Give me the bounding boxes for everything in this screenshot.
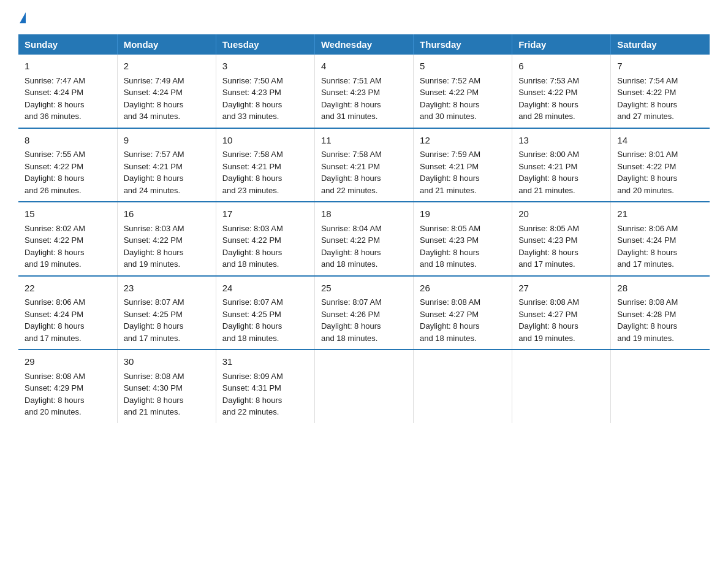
calendar-cell: 22Sunrise: 8:06 AMSunset: 4:24 PMDayligh… [18, 276, 117, 350]
day-info: Sunrise: 7:58 AMSunset: 4:21 PMDaylight:… [321, 148, 407, 196]
day-number: 25 [321, 282, 407, 296]
day-info: Sunrise: 7:53 AMSunset: 4:22 PMDaylight:… [518, 75, 604, 123]
calendar-cell: 25Sunrise: 8:07 AMSunset: 4:26 PMDayligh… [314, 276, 413, 350]
day-number: 23 [124, 282, 210, 296]
calendar-cell: 9Sunrise: 7:57 AMSunset: 4:21 PMDaylight… [117, 128, 216, 202]
week-row-4: 22Sunrise: 8:06 AMSunset: 4:24 PMDayligh… [18, 276, 710, 350]
calendar-cell: 26Sunrise: 8:08 AMSunset: 4:27 PMDayligh… [414, 276, 512, 350]
day-info: Sunrise: 8:07 AMSunset: 4:25 PMDaylight:… [124, 296, 210, 344]
day-info: Sunrise: 8:08 AMSunset: 4:29 PMDaylight:… [25, 370, 111, 418]
day-info: Sunrise: 8:08 AMSunset: 4:27 PMDaylight:… [420, 296, 506, 344]
day-info: Sunrise: 8:05 AMSunset: 4:23 PMDaylight:… [518, 223, 604, 270]
col-header-friday: Friday [512, 34, 611, 55]
col-header-monday: Monday [117, 34, 216, 55]
logo-triangle-icon [20, 12, 26, 23]
calendar-cell: 8Sunrise: 7:55 AMSunset: 4:22 PMDaylight… [18, 128, 117, 202]
day-number: 7 [617, 59, 703, 74]
day-info: Sunrise: 7:59 AMSunset: 4:21 PMDaylight:… [420, 148, 506, 196]
day-info: Sunrise: 7:57 AMSunset: 4:21 PMDaylight:… [124, 148, 210, 196]
day-number: 10 [222, 134, 308, 148]
calendar-cell: 27Sunrise: 8:08 AMSunset: 4:27 PMDayligh… [512, 276, 611, 350]
calendar-cell: 23Sunrise: 8:07 AMSunset: 4:25 PMDayligh… [117, 276, 216, 350]
week-row-2: 8Sunrise: 7:55 AMSunset: 4:22 PMDaylight… [18, 128, 710, 202]
calendar-cell: 28Sunrise: 8:08 AMSunset: 4:28 PMDayligh… [611, 276, 710, 350]
calendar-cell: 3Sunrise: 7:50 AMSunset: 4:23 PMDaylight… [216, 55, 314, 128]
col-header-tuesday: Tuesday [216, 34, 314, 55]
calendar-cell: 13Sunrise: 8:00 AMSunset: 4:21 PMDayligh… [512, 128, 611, 202]
day-number: 19 [420, 207, 506, 221]
calendar-header-row: SundayMondayTuesdayWednesdayThursdayFrid… [18, 34, 710, 55]
week-row-1: 1Sunrise: 7:47 AMSunset: 4:24 PMDaylight… [18, 55, 710, 128]
day-number: 3 [222, 59, 308, 74]
calendar-cell [314, 350, 413, 423]
day-number: 17 [222, 207, 308, 221]
day-number: 15 [25, 207, 111, 221]
day-info: Sunrise: 8:03 AMSunset: 4:22 PMDaylight:… [124, 223, 210, 270]
calendar-cell: 19Sunrise: 8:05 AMSunset: 4:23 PMDayligh… [414, 202, 512, 276]
day-number: 28 [617, 282, 703, 296]
day-number: 21 [617, 207, 703, 221]
day-info: Sunrise: 8:06 AMSunset: 4:24 PMDaylight:… [25, 296, 111, 344]
day-info: Sunrise: 8:00 AMSunset: 4:21 PMDaylight:… [518, 148, 604, 196]
calendar-cell: 4Sunrise: 7:51 AMSunset: 4:23 PMDaylight… [314, 55, 413, 128]
calendar-cell: 16Sunrise: 8:03 AMSunset: 4:22 PMDayligh… [117, 202, 216, 276]
calendar-cell [611, 350, 710, 423]
day-info: Sunrise: 7:52 AMSunset: 4:22 PMDaylight:… [420, 75, 506, 123]
day-number: 9 [124, 134, 210, 148]
day-info: Sunrise: 7:55 AMSunset: 4:22 PMDaylight:… [25, 148, 111, 196]
day-number: 30 [124, 355, 210, 369]
day-info: Sunrise: 7:50 AMSunset: 4:23 PMDaylight:… [222, 75, 308, 123]
calendar-cell: 7Sunrise: 7:54 AMSunset: 4:22 PMDaylight… [611, 55, 710, 128]
calendar-cell: 11Sunrise: 7:58 AMSunset: 4:21 PMDayligh… [314, 128, 413, 202]
day-info: Sunrise: 8:06 AMSunset: 4:24 PMDaylight:… [617, 223, 703, 270]
day-number: 16 [124, 207, 210, 221]
day-number: 5 [420, 59, 506, 74]
day-info: Sunrise: 7:47 AMSunset: 4:24 PMDaylight:… [25, 75, 111, 123]
calendar-cell: 18Sunrise: 8:04 AMSunset: 4:22 PMDayligh… [314, 202, 413, 276]
day-number: 24 [222, 282, 308, 296]
col-header-wednesday: Wednesday [314, 34, 413, 55]
calendar-cell [512, 350, 611, 423]
calendar-cell: 30Sunrise: 8:08 AMSunset: 4:30 PMDayligh… [117, 350, 216, 423]
day-info: Sunrise: 8:03 AMSunset: 4:22 PMDaylight:… [222, 223, 308, 270]
day-number: 6 [518, 59, 604, 74]
day-number: 8 [25, 134, 111, 148]
calendar-cell: 2Sunrise: 7:49 AMSunset: 4:24 PMDaylight… [117, 55, 216, 128]
calendar-cell: 15Sunrise: 8:02 AMSunset: 4:22 PMDayligh… [18, 202, 117, 276]
day-number: 18 [321, 207, 407, 221]
week-row-5: 29Sunrise: 8:08 AMSunset: 4:29 PMDayligh… [18, 350, 710, 423]
calendar-cell: 6Sunrise: 7:53 AMSunset: 4:22 PMDaylight… [512, 55, 611, 128]
col-header-saturday: Saturday [611, 34, 710, 55]
day-number: 29 [25, 355, 111, 369]
day-info: Sunrise: 8:02 AMSunset: 4:22 PMDaylight:… [25, 223, 111, 270]
calendar-cell: 5Sunrise: 7:52 AMSunset: 4:22 PMDaylight… [414, 55, 512, 128]
day-number: 22 [25, 282, 111, 296]
day-info: Sunrise: 8:04 AMSunset: 4:22 PMDaylight:… [321, 223, 407, 270]
day-number: 2 [124, 59, 210, 74]
day-info: Sunrise: 8:07 AMSunset: 4:25 PMDaylight:… [222, 296, 308, 344]
calendar-cell [414, 350, 512, 423]
day-info: Sunrise: 8:09 AMSunset: 4:31 PMDaylight:… [222, 370, 308, 418]
calendar-cell: 1Sunrise: 7:47 AMSunset: 4:24 PMDaylight… [18, 55, 117, 128]
day-number: 27 [518, 282, 604, 296]
day-info: Sunrise: 8:08 AMSunset: 4:28 PMDaylight:… [617, 296, 703, 344]
calendar-table: SundayMondayTuesdayWednesdayThursdayFrid… [18, 34, 710, 423]
day-number: 26 [420, 282, 506, 296]
day-info: Sunrise: 8:05 AMSunset: 4:23 PMDaylight:… [420, 223, 506, 270]
day-number: 20 [518, 207, 604, 221]
calendar-cell: 29Sunrise: 8:08 AMSunset: 4:29 PMDayligh… [18, 350, 117, 423]
day-number: 1 [25, 59, 111, 74]
calendar-cell: 31Sunrise: 8:09 AMSunset: 4:31 PMDayligh… [216, 350, 314, 423]
day-number: 31 [222, 355, 308, 369]
calendar-cell: 20Sunrise: 8:05 AMSunset: 4:23 PMDayligh… [512, 202, 611, 276]
day-info: Sunrise: 8:08 AMSunset: 4:27 PMDaylight:… [518, 296, 604, 344]
day-info: Sunrise: 7:54 AMSunset: 4:22 PMDaylight:… [617, 75, 703, 123]
day-number: 4 [321, 59, 407, 74]
day-number: 14 [617, 134, 703, 148]
day-info: Sunrise: 8:08 AMSunset: 4:30 PMDaylight:… [124, 370, 210, 418]
col-header-sunday: Sunday [18, 34, 117, 55]
day-info: Sunrise: 7:51 AMSunset: 4:23 PMDaylight:… [321, 75, 407, 123]
calendar-cell: 14Sunrise: 8:01 AMSunset: 4:22 PMDayligh… [611, 128, 710, 202]
week-row-3: 15Sunrise: 8:02 AMSunset: 4:22 PMDayligh… [18, 202, 710, 276]
col-header-thursday: Thursday [414, 34, 512, 55]
